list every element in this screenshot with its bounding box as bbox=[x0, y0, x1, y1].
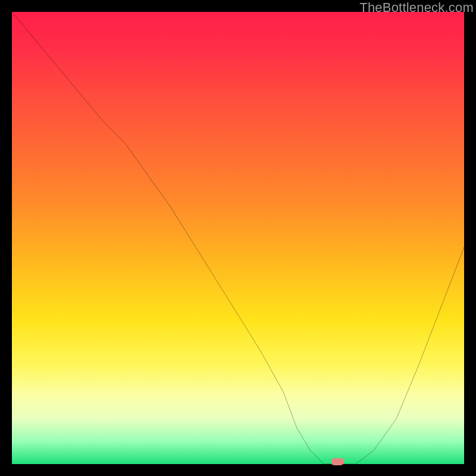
chart-frame: TheBottleneck.com bbox=[0, 0, 476, 476]
curve-path bbox=[12, 12, 464, 464]
plot-area bbox=[12, 12, 464, 464]
optimal-point-marker bbox=[331, 458, 344, 465]
bottleneck-curve bbox=[12, 12, 464, 464]
watermark-text: TheBottleneck.com bbox=[359, 0, 474, 15]
